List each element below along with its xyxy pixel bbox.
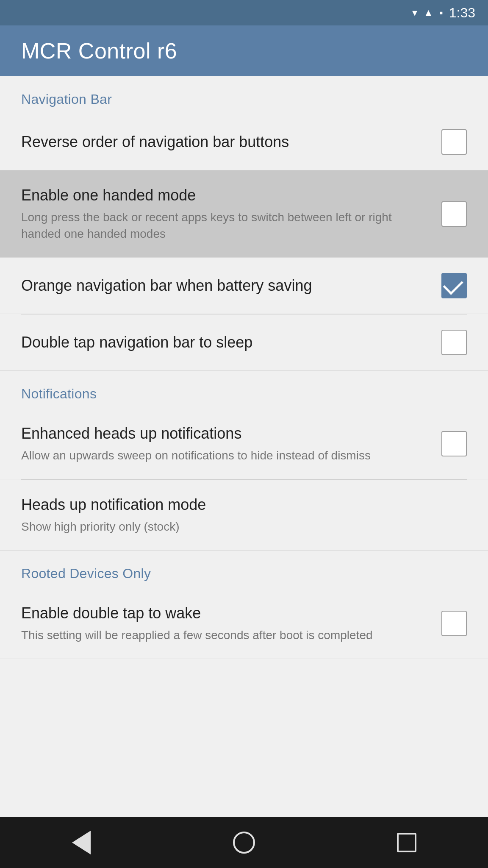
nav-back-button[interactable]: [56, 826, 107, 860]
checkbox-one-handed-mode[interactable]: [441, 201, 467, 227]
settings-item-heads-up-mode[interactable]: Heads up notification mode Show high pri…: [0, 480, 488, 551]
checkbox-double-tap-sleep[interactable]: [441, 330, 467, 355]
back-icon: [72, 831, 91, 854]
settings-item-text: Orange navigation bar when battery savin…: [21, 276, 441, 296]
settings-item-title: Enable one handed mode: [21, 186, 424, 206]
settings-item-enhanced-heads-up[interactable]: Enhanced heads up notifications Allow an…: [0, 409, 488, 479]
settings-item-title: Orange navigation bar when battery savin…: [21, 276, 424, 296]
settings-item-one-handed-mode[interactable]: Enable one handed mode Long press the ba…: [0, 170, 488, 258]
recent-icon: [397, 833, 416, 852]
settings-item-subtitle: This setting will be reapplied a few sec…: [21, 627, 424, 643]
settings-item-subtitle: Allow an upwards sweep on notifications …: [21, 447, 424, 464]
bottom-nav: [0, 817, 488, 868]
section-header-rooted-devices: Rooted Devices Only: [0, 551, 488, 588]
wifi-icon: ▾: [412, 7, 417, 19]
app-title: MCR Control r6: [21, 38, 177, 64]
settings-item-orange-nav-bar[interactable]: Orange navigation bar when battery savin…: [0, 258, 488, 314]
settings-item-title: Reverse order of navigation bar buttons: [21, 132, 424, 152]
checkbox-reverse-order[interactable]: [441, 129, 467, 155]
settings-item-subtitle: Show high priority only (stock): [21, 518, 467, 535]
settings-item-text: Enable one handed mode Long press the ba…: [21, 186, 441, 242]
checkbox-enhanced-heads-up[interactable]: [441, 431, 467, 456]
nav-home-button[interactable]: [219, 826, 269, 860]
settings-item-title: Heads up notification mode: [21, 495, 467, 515]
settings-item-reverse-order[interactable]: Reverse order of navigation bar buttons: [0, 114, 488, 170]
status-time: 1:33: [449, 5, 475, 21]
settings-item-double-tap-wake[interactable]: Enable double tap to wake This setting w…: [0, 588, 488, 659]
section-header-navigation-bar: Navigation Bar: [0, 76, 488, 114]
settings-item-double-tap-sleep[interactable]: Double tap navigation bar to sleep: [0, 314, 488, 371]
checkbox-double-tap-wake[interactable]: [441, 611, 467, 636]
settings-item-title: Enhanced heads up notifications: [21, 424, 424, 444]
status-bar: ▾ ▲ ▪ 1:33: [0, 0, 488, 25]
status-icons: ▾ ▲ ▪ 1:33: [412, 5, 475, 21]
settings-item-title: Enable double tap to wake: [21, 604, 424, 623]
content: Navigation Bar Reverse order of navigati…: [0, 76, 488, 817]
home-icon: [233, 832, 255, 854]
settings-item-subtitle: Long press the back or recent apps keys …: [21, 209, 424, 242]
app-bar: MCR Control r6: [0, 25, 488, 76]
checkbox-orange-nav-bar[interactable]: [441, 273, 467, 298]
battery-icon: ▪: [439, 7, 443, 19]
settings-item-title: Double tap navigation bar to sleep: [21, 333, 424, 353]
settings-item-text: Double tap navigation bar to sleep: [21, 333, 441, 353]
section-header-notifications: Notifications: [0, 371, 488, 409]
signal-icon: ▲: [423, 7, 433, 19]
settings-item-text: Enable double tap to wake This setting w…: [21, 604, 441, 643]
settings-item-text: Reverse order of navigation bar buttons: [21, 132, 441, 152]
nav-recent-button[interactable]: [381, 826, 432, 860]
settings-item-text: Enhanced heads up notifications Allow an…: [21, 424, 441, 464]
